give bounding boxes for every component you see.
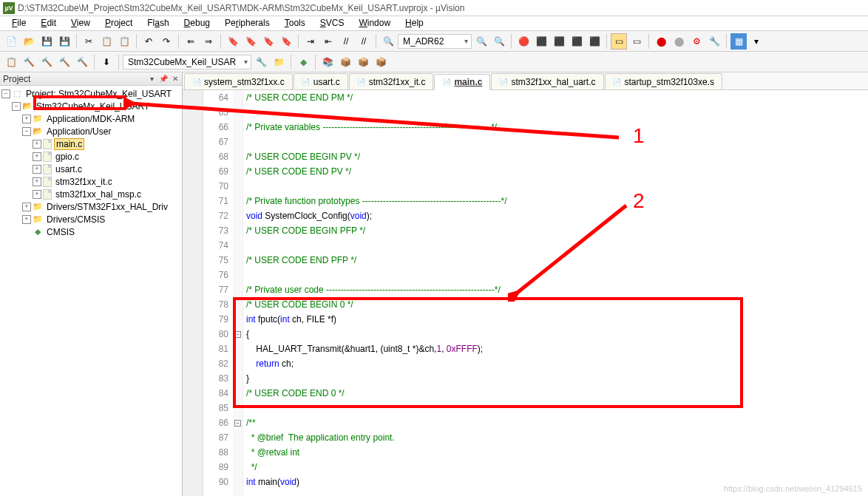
- kill-breakpoint-button[interactable]: ⬛: [586, 33, 603, 50]
- paste-button[interactable]: 📋: [116, 33, 132, 50]
- copy-button[interactable]: 📋: [98, 33, 115, 50]
- tree-toggle[interactable]: −: [12, 102, 21, 111]
- view-dropdown[interactable]: ▾: [748, 33, 764, 50]
- tree-cmsis[interactable]: CMSIS: [1, 225, 180, 238]
- save-all-button[interactable]: 💾: [56, 33, 72, 50]
- menu-edit[interactable]: Edit: [33, 16, 64, 30]
- tree-toggle[interactable]: +: [33, 152, 41, 161]
- insert-breakpoint-button[interactable]: ⬛: [533, 33, 549, 50]
- tree-toggle[interactable]: +: [33, 177, 41, 186]
- batch-build-button[interactable]: 🔨: [56, 54, 72, 70]
- debug-button[interactable]: 🔴: [515, 33, 532, 50]
- redo-button[interactable]: ↷: [158, 33, 174, 50]
- editor-tab[interactable]: 📄system_stm32f1xx.c: [184, 73, 293, 89]
- window-button1[interactable]: ▭: [611, 33, 627, 50]
- find-combo[interactable]: M_ADR62: [398, 34, 472, 49]
- find-next-button[interactable]: 🔍: [473, 33, 489, 50]
- target-combo[interactable]: Stm32CubeMx_Keil_USAR: [123, 55, 251, 69]
- tree-toggle[interactable]: +: [33, 165, 41, 174]
- menu-project[interactable]: Project: [98, 16, 140, 30]
- tree-toggle[interactable]: +: [33, 140, 41, 149]
- tree-toggle[interactable]: −: [22, 127, 31, 136]
- open-button[interactable]: 📂: [21, 33, 37, 50]
- editor-tab[interactable]: 📄usart.c: [294, 73, 348, 89]
- target-combo-value: Stm32CubeMx_Keil_USAR: [128, 57, 236, 67]
- tree-toggle[interactable]: +: [33, 190, 41, 199]
- bookmark-clear-button[interactable]: 🔖: [278, 33, 294, 50]
- manage-rte-button[interactable]: ◆: [295, 54, 311, 70]
- build-button[interactable]: 🔨: [21, 54, 37, 70]
- nav-back-button[interactable]: ⇐: [183, 33, 199, 50]
- cut-button[interactable]: ✂: [81, 33, 97, 50]
- panel-close-button[interactable]: ✕: [170, 74, 180, 84]
- undo-button[interactable]: ↶: [140, 33, 157, 50]
- menu-debug[interactable]: Debug: [177, 16, 217, 30]
- window-button2[interactable]: ▭: [628, 33, 645, 50]
- code-editor[interactable]: 6465666768697071727374757677787980818283…: [183, 90, 868, 496]
- enable-breakpoint-button[interactable]: ⬛: [551, 33, 567, 50]
- new-button[interactable]: 📄: [3, 33, 19, 50]
- fold-column[interactable]: −−: [233, 90, 243, 496]
- tree-toggle[interactable]: +: [22, 203, 31, 211]
- tree-toggle[interactable]: +: [22, 115, 31, 123]
- tree-file[interactable]: +main.c: [1, 137, 180, 150]
- comment-button[interactable]: //: [338, 33, 354, 50]
- tree-group[interactable]: +Drivers/CMSIS: [1, 213, 180, 225]
- pack2-button[interactable]: 📦: [355, 54, 371, 70]
- translate-button[interactable]: 📋: [3, 54, 19, 70]
- bookmark-next-button[interactable]: 🔖: [260, 33, 277, 50]
- stop-build-button[interactable]: 🔨: [74, 54, 90, 70]
- menu-peripherals[interactable]: Peripherals: [217, 16, 277, 30]
- menu-file[interactable]: File: [4, 16, 33, 30]
- view-button[interactable]: ▦: [730, 33, 747, 50]
- tree-group[interactable]: +Drivers/STM32F1xx_HAL_Driv: [1, 200, 180, 213]
- pack3-button[interactable]: 📦: [373, 54, 389, 70]
- file-ext-button[interactable]: 📁: [271, 54, 287, 70]
- editor-tab[interactable]: 📄main.c: [434, 74, 490, 90]
- pack-button[interactable]: 📦: [337, 54, 353, 70]
- tools-button[interactable]: 🔧: [706, 33, 722, 50]
- config-button[interactable]: ⚙: [688, 33, 705, 50]
- tree-file[interactable]: +gpio.c: [1, 150, 180, 163]
- disable-breakpoint-button[interactable]: ⬛: [569, 33, 585, 50]
- toolbar-main: 📄 📂 💾 💾 ✂ 📋 📋 ↶ ↷ ⇐ ⇒ 🔖 🔖 🔖 🔖 ⇥ ⇤ // // …: [0, 31, 868, 52]
- tree-file[interactable]: +stm32f1xx_hal_msp.c: [1, 188, 180, 200]
- project-tree[interactable]: − Project: Stm32CubeMx_Keil_USART − Stm3…: [0, 86, 182, 496]
- menu-tools[interactable]: Tools: [277, 16, 313, 30]
- editor-tab[interactable]: 📄stm32f1xx_hal_uart.c: [491, 73, 603, 89]
- folder-icon: [33, 214, 43, 225]
- tree-group[interactable]: −Application/User: [1, 125, 180, 137]
- download-button[interactable]: ⬇: [98, 54, 115, 70]
- indent-button[interactable]: ⇥: [302, 33, 319, 50]
- panel-pin-button[interactable]: 📌: [158, 74, 169, 84]
- find-button[interactable]: 🔍: [380, 33, 396, 50]
- tree-group[interactable]: +Application/MDK-ARM: [1, 112, 180, 125]
- menu-svcs[interactable]: SVCS: [313, 16, 352, 30]
- bookmark-button[interactable]: 🔖: [225, 33, 241, 50]
- tree-toggle[interactable]: −: [1, 89, 10, 98]
- code-content[interactable]: /* USER CODE END PM *//* Private variabl…: [243, 90, 868, 496]
- rebuild-button[interactable]: 🔨: [38, 54, 55, 70]
- tree-file[interactable]: +stm32f1xx_it.c: [1, 175, 180, 188]
- uncomment-button[interactable]: //: [356, 33, 372, 50]
- save-button[interactable]: 💾: [38, 33, 55, 50]
- panel-dropdown-button[interactable]: ▾: [146, 74, 157, 84]
- editor-tab[interactable]: 📄stm32f1xx_it.c: [349, 73, 434, 89]
- menu-flash[interactable]: Flash: [140, 16, 176, 30]
- tree-file[interactable]: +usart.c: [1, 163, 180, 175]
- tree-root[interactable]: − Project: Stm32CubeMx_Keil_USART: [1, 87, 180, 100]
- target-options-button[interactable]: 🔧: [253, 54, 269, 70]
- menu-view[interactable]: View: [64, 16, 98, 30]
- books-button[interactable]: 📚: [319, 54, 336, 70]
- nav-fwd-button[interactable]: ⇒: [200, 33, 217, 50]
- incremental-find-button[interactable]: 🔍: [491, 33, 507, 50]
- stop-button[interactable]: ⬤: [653, 33, 669, 50]
- run-button[interactable]: ⬤: [671, 33, 687, 50]
- editor-tab[interactable]: 📄startup_stm32f103xe.s: [605, 73, 722, 89]
- menu-help[interactable]: Help: [398, 16, 431, 30]
- tree-target[interactable]: − Stm32CubeMx_Keil_USART: [1, 100, 180, 112]
- menu-window[interactable]: Window: [351, 16, 398, 30]
- outdent-button[interactable]: ⇤: [320, 33, 336, 50]
- tree-toggle[interactable]: +: [22, 215, 31, 224]
- bookmark-prev-button[interactable]: 🔖: [243, 33, 259, 50]
